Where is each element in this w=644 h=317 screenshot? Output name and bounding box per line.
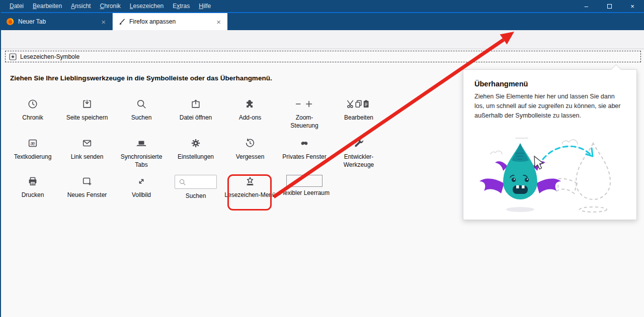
menu-lesezeichen[interactable]: Lesezeichen (125, 0, 168, 12)
item-label: Vollbild (132, 191, 151, 199)
printer-icon (27, 175, 38, 188)
palette-item-neues-fenster[interactable]: Neues Fenster (60, 175, 114, 199)
firefox-logo-icon (6, 18, 14, 26)
palette-item-einstellungen[interactable]: Einstellungen (169, 137, 223, 161)
annotation-highlight-box (227, 174, 272, 210)
search-icon (136, 97, 147, 111)
item-label: Privates Fenster (282, 153, 326, 161)
tab-firefox-anpassen[interactable]: Firefox anpassen × (113, 13, 227, 30)
tab-accent-line (1, 12, 644, 13)
item-label: Entwickler-Werkzeuge (332, 153, 386, 169)
synced-tabs-icon (135, 137, 147, 150)
item-label: Einstellungen (178, 153, 214, 161)
bookmark-star-box-icon (9, 53, 17, 61)
tab-bar: Neuer Tab × Firefox anpassen × (1, 13, 644, 30)
palette-item-textkodierung[interactable]: æ Textkodierung (6, 137, 60, 161)
zoom-minus-plus-icon (294, 97, 314, 111)
search-field-widget (175, 175, 217, 189)
item-label: Chronik (22, 114, 43, 122)
tab-neuer-tab[interactable]: Neuer Tab × (1, 13, 113, 30)
item-label: Datei öffnen (180, 114, 212, 122)
menu-datei[interactable]: Datei (5, 0, 28, 12)
navigation-toolbar (1, 30, 644, 49)
palette-item-seite-speichern[interactable]: Seite speichern (60, 97, 114, 122)
item-label: Suchen (186, 192, 206, 200)
cut-copy-paste-icon (347, 97, 371, 111)
item-label: Synchronisierte Tabs (114, 153, 169, 169)
menu-bearbeiten[interactable]: Bearbeiten (28, 0, 66, 12)
new-window-icon (82, 175, 93, 188)
minimize-button[interactable]: – (575, 0, 598, 12)
firefox-customize-window: Datei Bearbeiten Ansicht Chronik Lesezei… (0, 0, 644, 317)
menu-hilfe[interactable]: Hilfe (194, 0, 215, 12)
search-icon (179, 178, 186, 186)
maximize-button[interactable] (598, 0, 621, 12)
palette-item-chronik[interactable]: Chronik (6, 97, 60, 122)
item-label: Flexibler Leerraum (279, 189, 330, 197)
panel-title: Überhangmenü (474, 80, 625, 88)
palette-item-flexibler-leerraum[interactable]: Flexibler Leerraum (277, 175, 332, 197)
palette-item-synchronisierte-tabs[interactable]: Synchronisierte Tabs (114, 137, 169, 169)
save-page-icon (82, 97, 93, 111)
envelope-icon (82, 137, 93, 150)
tab-title: Firefox anpassen (129, 18, 215, 25)
item-label: Vergessen (236, 153, 265, 161)
customize-heading: Ziehen Sie Ihre Lieblingswerkzeuge in di… (10, 74, 272, 82)
clock-icon (27, 97, 38, 111)
svg-text:æ: æ (30, 141, 35, 146)
panel-caret (611, 64, 621, 74)
menubar: Datei Bearbeiten Ansicht Chronik Lesezei… (1, 0, 644, 12)
item-label: Zoom-Steuerung (286, 114, 323, 130)
item-label: Neues Fenster (67, 191, 107, 199)
palette-item-entwickler-werkzeuge[interactable]: Entwickler-Werkzeuge (332, 137, 386, 169)
palette-item-drucken[interactable]: Drucken (6, 175, 60, 199)
menu-extras[interactable]: Extras (168, 0, 194, 12)
palette-item-vergessen[interactable]: Vergessen (223, 137, 277, 161)
maximize-icon (607, 4, 612, 9)
item-label: Add-ons (239, 114, 262, 122)
close-window-button[interactable]: × (621, 0, 644, 12)
gear-icon (190, 137, 201, 150)
forget-clock-icon (245, 137, 256, 150)
overflow-menu-panel: Überhangmenü Ziehen Sie Elemente hier he… (463, 69, 637, 220)
item-label: Seite speichern (66, 114, 108, 122)
tab-title: Neuer Tab (18, 18, 100, 25)
fullscreen-arrows-icon (136, 175, 147, 188)
open-file-icon (190, 97, 201, 111)
item-label: Textkodierung (14, 153, 52, 161)
palette-item-zoom-steuerung[interactable]: Zoom-Steuerung (277, 97, 332, 130)
palette-item-link-senden[interactable]: Link senden (60, 137, 114, 161)
item-label: Bearbeiten (344, 114, 373, 122)
window-controls: – × (575, 0, 644, 12)
palette-item-addons[interactable]: Add-ons (223, 97, 277, 122)
item-label: Drucken (22, 191, 44, 199)
palette-item-suchfeld[interactable]: Suchen (169, 175, 223, 200)
wrench-icon (353, 137, 364, 150)
palette-item-vollbild[interactable]: Vollbild (114, 175, 169, 199)
text-encoding-icon: æ (27, 137, 38, 150)
privacy-mask-icon (298, 137, 310, 150)
close-tab-icon[interactable]: × (215, 18, 222, 26)
bookmarks-toolbar-label: Lesezeichen-Symbole (20, 53, 79, 60)
bookmarks-toolbar-placeholder[interactable]: Lesezeichen-Symbole (5, 51, 641, 62)
palette-item-datei-oeffnen[interactable]: Datei öffnen (169, 97, 223, 122)
item-label: Suchen (131, 114, 152, 122)
flexible-space-box (286, 175, 323, 187)
item-label: Link senden (71, 153, 104, 161)
puzzle-icon (245, 97, 256, 111)
overflow-drop-monster-illustration (467, 131, 633, 217)
menu-chronik[interactable]: Chronik (95, 0, 125, 12)
close-tab-icon[interactable]: × (100, 18, 107, 26)
menu-ansicht[interactable]: Ansicht (66, 0, 95, 12)
panel-body: Ziehen Sie Elemente hier her und lassen … (474, 92, 625, 120)
paintbrush-icon (118, 18, 125, 26)
palette-item-bearbeiten[interactable]: Bearbeiten (332, 97, 386, 122)
palette-item-privates-fenster[interactable]: Privates Fenster (277, 137, 332, 161)
palette-item-suchen[interactable]: Suchen (114, 97, 169, 122)
